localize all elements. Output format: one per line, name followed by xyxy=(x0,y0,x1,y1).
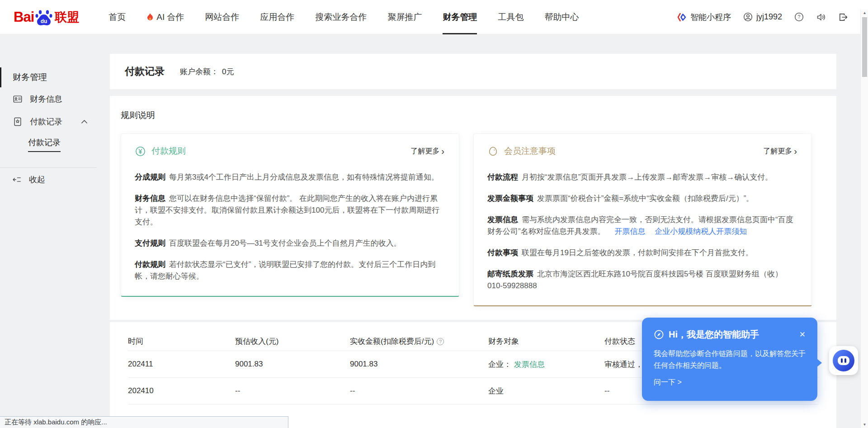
cell-finance-object: 企业 xyxy=(488,386,604,396)
rule-item: 邮寄纸质发票北京市海淀区西北旺东路10号院百度科技园5号楼 百度联盟财务组（收）… xyxy=(487,268,797,292)
logo-text-union: 联盟 xyxy=(55,9,79,25)
member-notices-more-link[interactable]: 了解更多› xyxy=(763,147,797,156)
payment-rules-title: 付款规则 xyxy=(151,145,186,157)
assistant-popup: Hi，我是您的智能助手 ✕ 我会帮助您诊断合作链路问题，以及解答您关于任何合作相… xyxy=(642,318,817,401)
page-title: 付款记录 xyxy=(125,65,165,78)
cell-estimated: -- xyxy=(235,386,350,395)
assistant-ask-link[interactable]: 问一下 > xyxy=(654,378,806,387)
main-nav: 首页 AI 合作 网站合作 应用合作 搜索业务合作 聚屏推广 财务管理 工具包 … xyxy=(98,0,589,34)
rule-item: 付款规则若付款状态显示“已支付”，说明联盟已安排了您的付款。支付后三个工作日内到… xyxy=(135,259,444,282)
page-header-card: 付款记录 账户余额：0元 xyxy=(110,54,836,89)
assistant-message: 我会帮助您诊断合作链路问题，以及解答您关于任何合作相关的问题。 xyxy=(654,348,806,371)
col-header-time: 时间 xyxy=(128,336,235,347)
account-balance: 账户余额：0元 xyxy=(180,67,234,77)
info-icon[interactable] xyxy=(437,338,444,345)
svg-text:du: du xyxy=(41,18,47,24)
chevron-right-icon: › xyxy=(441,147,444,156)
sidebar-subitem-label: 付款记录 xyxy=(28,137,61,152)
id-card-icon xyxy=(13,94,23,104)
sound-icon[interactable] xyxy=(816,12,826,22)
col-header-finance-object: 财务对象 xyxy=(488,336,604,347)
egg-icon xyxy=(487,146,499,157)
rule-item: 支付规则百度联盟会在每月20号—31号支付企业会员上个自然月产生的收入。 xyxy=(135,238,444,249)
flame-icon xyxy=(146,13,154,22)
rules-section: 规则说明 付款规则 了解更多› 分成规则每月第3或4个工作日产出上月分成信息及发… xyxy=(110,96,836,320)
small-taxpayer-guide-link[interactable]: 企业小规模纳税人开票须知 xyxy=(655,227,747,236)
rule-item: 付款流程月初按“发票信息”页面开具发票→上传发票→邮寄发票→审核→确认支付。 xyxy=(487,171,797,183)
balance-label: 账户余额： xyxy=(180,67,218,76)
nav-item-ai[interactable]: AI 合作 xyxy=(146,0,184,34)
sidebar-subitem-payment-records[interactable]: 付款记录 xyxy=(0,133,97,156)
more-label: 了解更多 xyxy=(410,147,439,156)
invoice-info-link[interactable]: 开票信息 xyxy=(614,227,645,236)
nav-item-home[interactable]: 首页 xyxy=(108,0,126,34)
collapse-icon xyxy=(12,175,22,185)
sidebar-item-payment-records[interactable]: 付款记录 xyxy=(0,110,97,133)
baidu-paw-icon: du xyxy=(35,8,53,26)
col-header-estimated-income: 预估收入(元) xyxy=(235,336,350,347)
cell-estimated: 9001.83 xyxy=(235,360,350,369)
scroll-up-arrow[interactable]: ▲ xyxy=(861,9,868,16)
payment-rules-card: 付款规则 了解更多› 分成规则每月第3或4个工作日产出上月分成信息及发票信息，如… xyxy=(121,133,459,297)
user-account[interactable]: jyj1992 xyxy=(743,12,782,22)
nav-item-help-center[interactable]: 帮助中心 xyxy=(544,0,579,34)
cell-actual: 9001.83 xyxy=(350,360,488,369)
finance-object-prefix: 企业 xyxy=(488,386,504,396)
col-header-actual-amount-label: 实收金额(扣除税费后/元) xyxy=(350,336,434,347)
finance-object-prefix: 企业： xyxy=(488,359,511,370)
user-icon xyxy=(743,12,753,22)
smart-miniapp-entry[interactable]: 智能小程序 xyxy=(677,12,731,23)
nav-right-cluster: 智能小程序 jyj1992 ? xyxy=(677,12,848,23)
rule-item: 分成规则每月第3或4个工作日产出上月分成信息及发票信息，如有特殊情况将提前通知。 xyxy=(135,171,444,183)
browser-status-bubble: 正在等待 xlab.baidu.com 的响应... xyxy=(0,416,288,428)
member-notices-title: 会员注意事项 xyxy=(504,145,556,157)
sidebar-section-title: 财务管理 xyxy=(0,67,97,88)
compass-icon xyxy=(654,329,664,340)
robot-icon xyxy=(833,350,854,371)
nav-item-search-biz[interactable]: 搜索业务合作 xyxy=(315,0,367,34)
username-label: jyj1992 xyxy=(756,12,782,22)
nav-item-toolkit[interactable]: 工具包 xyxy=(498,0,524,34)
nav-item-website[interactable]: 网站合作 xyxy=(205,0,239,34)
assistant-title: Hi，我是您的智能助手 xyxy=(669,328,759,341)
miniapp-label: 智能小程序 xyxy=(690,12,731,23)
member-notices-card: 会员注意事项 了解更多› 付款流程月初按“发票信息”页面开具发票→上传发票→邮寄… xyxy=(473,133,812,306)
col-header-actual-amount: 实收金额(扣除税费后/元) xyxy=(350,336,488,347)
sidebar-item-finance-info[interactable]: 财务信息 xyxy=(0,88,97,110)
sidebar-collapse-button[interactable]: 收起 xyxy=(0,168,97,191)
assistant-float-button[interactable] xyxy=(829,346,858,375)
invoice-info-table-link[interactable]: 发票信息 xyxy=(514,359,545,370)
top-nav: Bai du 联盟 首页 AI 合作 网站合作 应用合作 搜索业务合作 聚屏推广… xyxy=(0,0,868,34)
chevron-right-icon: › xyxy=(794,147,797,156)
scrollbar-thumb[interactable] xyxy=(862,17,867,77)
vertical-scrollbar[interactable]: ▲ ▼ xyxy=(860,9,868,428)
certificate-icon xyxy=(13,117,23,127)
more-label: 了解更多 xyxy=(763,147,792,156)
cell-actual: -- xyxy=(350,386,488,395)
nav-item-finance[interactable]: 财务管理 xyxy=(443,0,477,34)
nav-item-ai-label: AI 合作 xyxy=(156,11,184,23)
close-icon[interactable]: ✕ xyxy=(799,330,806,339)
scroll-down-arrow[interactable]: ▼ xyxy=(861,421,868,428)
miniapp-diamond-icon xyxy=(677,12,687,22)
baidu-union-logo[interactable]: Bai du 联盟 xyxy=(14,8,79,26)
rule-item: 发票信息需与系统内发票信息内容完全一致，否则无法支付。请根据发票信息页面中“百度… xyxy=(487,214,797,238)
logout-icon[interactable] xyxy=(838,12,848,22)
payment-rules-more-link[interactable]: 了解更多› xyxy=(410,147,444,156)
chevron-up-icon[interactable] xyxy=(81,119,88,124)
sidebar: 财务管理 财务信息 付款记录 付款记录 收起 xyxy=(0,34,97,428)
logo-text-bai: Bai xyxy=(14,9,34,25)
help-icon[interactable]: ? xyxy=(794,12,804,22)
status-text: 正在等待 xlab.baidu.com 的响应... xyxy=(5,418,107,426)
cell-time: 202411 xyxy=(128,360,235,369)
nav-item-app[interactable]: 应用合作 xyxy=(260,0,294,34)
cell-time: 202410 xyxy=(128,386,235,395)
coin-icon xyxy=(135,146,146,157)
rules-section-title: 规则说明 xyxy=(121,109,826,121)
nav-item-screen-promo[interactable]: 聚屏推广 xyxy=(387,0,422,34)
sidebar-item-finance-info-label: 财务信息 xyxy=(30,94,88,105)
svg-text:?: ? xyxy=(798,14,801,19)
rule-item: 付款事项联盟在每月19日之后签收的发票，付款时间安排在下个月首批支付。 xyxy=(487,247,797,259)
rule-item: 财务信息您可以在财务信息中选择“保留付款”。 在此期间您产生的收入将在账户内进行… xyxy=(135,193,444,228)
sidebar-collapse-label: 收起 xyxy=(29,174,45,185)
